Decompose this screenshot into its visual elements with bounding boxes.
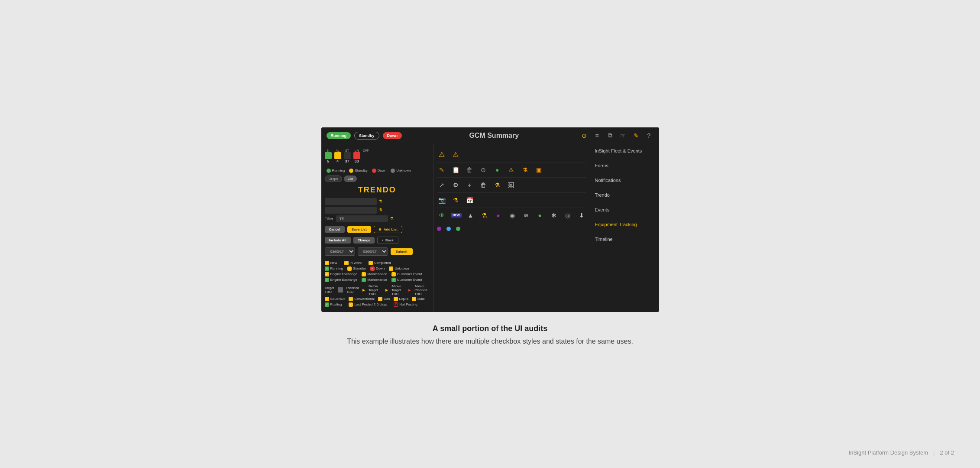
nav-insight-fleet[interactable]: InSight Fleet & Events [595, 147, 654, 154]
cancel-button[interactable]: Cancel [325, 226, 345, 233]
nav-dot-purple[interactable] [437, 227, 441, 231]
trash-icon[interactable]: 🗑 [465, 165, 474, 175]
waves-icon[interactable]: ≋ [521, 211, 531, 220]
planned-tbo-box [338, 287, 343, 292]
cb-inwork-box[interactable] [344, 261, 349, 265]
cb-conventional-label: Conventional [354, 297, 375, 301]
cb-last-posted: Last Posted 2-5 days [349, 302, 387, 307]
filter-input-1[interactable] [325, 198, 377, 205]
cb-new-box[interactable] [325, 261, 329, 265]
calendar-icon[interactable]: 📅 [465, 195, 474, 205]
alert-circle-icon[interactable]: ⚠ [506, 165, 516, 175]
nav-dot-blue[interactable] [446, 227, 451, 231]
include-all-button[interactable]: Include All [325, 237, 351, 244]
nav-equipment-tracking[interactable]: Equipment Tracking [595, 221, 654, 228]
clipboard-icon[interactable]: 📋 [451, 165, 460, 175]
circle-dot-icon[interactable]: ◎ [563, 211, 572, 220]
filter-input-2[interactable] [325, 207, 377, 214]
delete-icon[interactable]: 🗑 [479, 180, 488, 190]
dot-green2-icon[interactable]: ● [535, 211, 545, 220]
cb-solonox-box[interactable] [325, 297, 329, 301]
help-icon[interactable]: ? [644, 131, 654, 140]
cb-not-posting: Not Posting [394, 302, 417, 307]
external-link-icon[interactable]: ↗ [437, 180, 446, 190]
cb-customer-event-1-box[interactable] [391, 272, 396, 276]
cb-liquid-box[interactable] [394, 297, 398, 301]
graph-toggle-btn[interactable]: Graph [325, 176, 342, 182]
expand-icon[interactable]: ⧉ [605, 131, 615, 140]
cb-conventional-box[interactable] [349, 297, 353, 301]
target-tbo-label: Target TBO [325, 286, 334, 294]
cb-conventional: Conventional [349, 297, 375, 301]
dot-purple-icon[interactable]: ● [494, 211, 503, 220]
cb-last-posted-box[interactable] [349, 302, 353, 307]
footer-page-info: 2 of 2 [940, 449, 954, 456]
cb-unknown-box[interactable] [389, 266, 393, 271]
status-down-btn[interactable]: Down [383, 132, 402, 139]
filter-tools-icon[interactable]: ⚗ [492, 180, 502, 190]
nav-events[interactable]: Events [595, 206, 654, 213]
edit-doc-icon[interactable]: ✎ [631, 131, 641, 140]
save-list-button[interactable]: Save List [347, 226, 371, 233]
warning-circle-icon[interactable]: ⚠ [437, 150, 446, 159]
back-button[interactable]: ‹ Back [377, 237, 398, 244]
change-button[interactable]: Change [353, 237, 375, 244]
image-icon[interactable]: 🖼 [506, 180, 516, 190]
cb-maintenance-1: Maintenance [362, 272, 387, 276]
cb-standby-box[interactable] [347, 266, 352, 271]
nav-forms[interactable]: Forms [595, 162, 654, 169]
circle-icon[interactable]: ⊙ [579, 131, 589, 140]
cb-posting-box[interactable] [325, 302, 329, 307]
nav-trendo[interactable]: Trendo [595, 192, 654, 198]
filter-icon-3: ⚗ [390, 216, 394, 221]
list-toggle-btn[interactable]: List [344, 176, 357, 182]
status-running-btn[interactable]: Running [327, 132, 351, 139]
filter-status-icon[interactable]: ⚗ [480, 211, 489, 220]
filter-media-icon[interactable]: ⚗ [451, 195, 460, 205]
nav-dot-green[interactable] [456, 227, 460, 231]
cb-completed-box[interactable] [369, 261, 373, 265]
nav-notifications[interactable]: Notifications [595, 177, 654, 184]
filter-ts-input[interactable] [336, 215, 388, 222]
submit-button[interactable]: Submit [391, 248, 413, 255]
chevron-up-icon[interactable]: ▲ [466, 211, 475, 220]
cb-customer-event-2-box[interactable] [391, 278, 396, 282]
pencil-icon[interactable]: ✎ [437, 165, 446, 175]
dot-hollow-icon[interactable]: ◉ [508, 211, 517, 220]
cb-dual: Dual [412, 297, 424, 301]
cb-engine-exchange-2-box[interactable] [325, 278, 329, 282]
above-target-label: Above Target TBO [391, 284, 405, 296]
cb-standby: Standby [347, 266, 365, 271]
cb-maintenance-2-box[interactable] [362, 278, 366, 282]
eye-icon[interactable]: 👁 [437, 211, 446, 220]
icon-row-warnings: ⚠ ⚠ [437, 147, 586, 162]
cb-maintenance-1-box[interactable] [362, 272, 366, 276]
menu-icon[interactable]: ≡ [592, 131, 602, 140]
cb-down-box[interactable] [370, 266, 375, 271]
view-toggle: Graph List [325, 176, 430, 182]
dot-green-icon[interactable]: ● [492, 165, 502, 175]
cursor-icon[interactable]: ☞ [618, 131, 628, 140]
cb-gas-box[interactable] [378, 297, 382, 301]
download-icon[interactable]: ⬇ [577, 211, 586, 220]
box-icon[interactable]: ▣ [534, 165, 543, 175]
cb-inwork-label: In Work [350, 261, 362, 265]
status-standby-btn[interactable]: Standby [354, 132, 379, 140]
camera-icon[interactable]: 📷 [437, 195, 446, 205]
cb-not-posting-box[interactable] [394, 302, 398, 307]
cb-solonox-label: SoLoNOx [330, 297, 346, 301]
icons-area: ⚠ ⚠ ✎ 📋 🗑 ⊙ ● ⚠ ⚗ ▣ [433, 144, 589, 312]
nav-timeline[interactable]: Timeline [595, 236, 654, 243]
disk-icon[interactable]: ⊙ [479, 165, 488, 175]
date-select-1[interactable]: 03/03/17 [325, 247, 355, 256]
gear-icon[interactable]: ⚙ [451, 180, 460, 190]
add-list-button[interactable]: ⊕ Add List [374, 226, 402, 233]
cb-running-box[interactable] [325, 266, 329, 271]
cb-dual-box[interactable] [412, 297, 416, 301]
filter-row2-icon[interactable]: ⚗ [520, 165, 530, 175]
warning-triangle-icon[interactable]: ⚠ [451, 150, 460, 159]
date-select-2[interactable]: 03/03/17 [358, 247, 388, 256]
cb-engine-exchange-1-box[interactable] [325, 272, 329, 276]
asterisk-icon[interactable]: ✱ [549, 211, 559, 220]
add-icon[interactable]: + [465, 180, 474, 190]
